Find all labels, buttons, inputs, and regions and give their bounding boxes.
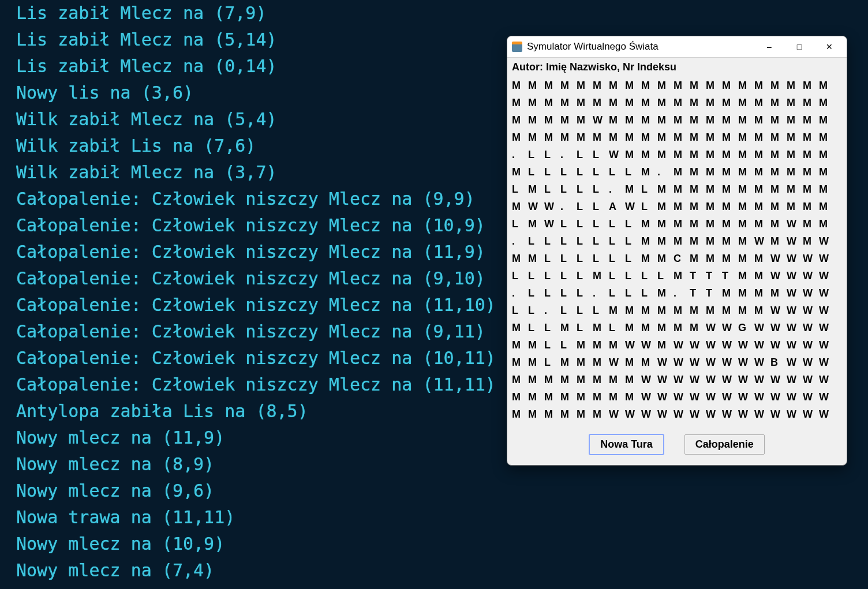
grid-cell: M — [657, 94, 674, 111]
grid-cell: L — [577, 163, 593, 181]
grid-cell: M — [641, 94, 657, 111]
grid-cell: M — [512, 163, 528, 181]
grid-cell: L — [544, 284, 560, 302]
grid-cell: M — [577, 129, 593, 146]
grid-cell: M — [641, 215, 657, 232]
grid-cell: M — [609, 388, 625, 406]
grid-cell: M — [819, 215, 835, 232]
grid-cell: W — [738, 371, 754, 388]
grid-cell: W — [641, 371, 657, 388]
grid-cell: W — [787, 388, 803, 406]
grid-cell: L — [544, 267, 560, 284]
grid-cell: M — [738, 146, 754, 163]
close-button[interactable]: ✕ — [814, 36, 844, 57]
grid-cell: M — [657, 198, 674, 215]
grid-cell: W — [819, 267, 835, 284]
grid-cell: M — [706, 250, 722, 267]
grid-cell: W — [770, 302, 787, 319]
grid-cell: W — [787, 267, 803, 284]
grid-cell: L — [593, 215, 609, 232]
grid-cell: M — [674, 319, 690, 336]
grid-cell: M — [754, 77, 770, 94]
grid-cell: M — [738, 215, 754, 232]
grid-cell: W — [803, 336, 819, 354]
grid-cell: . — [657, 163, 674, 181]
grid-cell: M — [674, 94, 690, 111]
terminal-log: Lis zabił Mlecz na (7,9) Lis zabił Mlecz… — [16, 0, 496, 584]
grid-cell: W — [738, 388, 754, 406]
grid-cell: M — [674, 198, 690, 215]
grid-cell: L — [544, 163, 560, 181]
grid-cell: W — [787, 406, 803, 423]
grid-cell: T — [706, 267, 722, 284]
grid-cell: T — [690, 284, 706, 302]
grid-cell: W — [787, 354, 803, 371]
grid-cell: M — [770, 215, 787, 232]
grid-cell: M — [544, 77, 560, 94]
grid-cell: W — [706, 371, 722, 388]
grid-cell: M — [657, 77, 674, 94]
burn-button[interactable]: Całopalenie — [684, 434, 765, 455]
grid-cell: M — [577, 77, 593, 94]
minimize-button[interactable]: – — [754, 36, 784, 57]
grid-row: MMMMMMMMMMMMMMMMMMMM — [512, 94, 842, 111]
grid-cell: W — [819, 302, 835, 319]
grid-cell: M — [770, 94, 787, 111]
grid-cell: L — [641, 267, 657, 284]
grid-cell: M — [754, 250, 770, 267]
grid-cell: M — [770, 129, 787, 146]
grid-cell: M — [722, 181, 738, 198]
grid-cell: W — [754, 232, 770, 250]
grid-cell: W — [803, 284, 819, 302]
grid-cell: M — [722, 215, 738, 232]
grid-row: MMMMMMMMWWWWWWWWWWWW — [512, 388, 842, 406]
grid-cell: M — [754, 146, 770, 163]
grid-row: MWW.LLAWLMMMMMMMMMMM — [512, 198, 842, 215]
grid-cell: W — [787, 215, 803, 232]
new-turn-button[interactable]: Nowa Tura — [589, 434, 664, 455]
grid-cell: W — [754, 406, 770, 423]
grid-cell: M — [722, 77, 738, 94]
grid-cell: M — [625, 129, 641, 146]
grid-cell: M — [690, 215, 706, 232]
grid-cell: M — [819, 94, 835, 111]
grid-cell: L — [544, 181, 560, 198]
grid-cell: M — [512, 77, 528, 94]
grid-cell: W — [819, 284, 835, 302]
grid-cell: M — [560, 406, 577, 423]
grid-cell: L — [577, 146, 593, 163]
grid-cell: M — [706, 181, 722, 198]
grid-cell: M — [544, 406, 560, 423]
grid-cell: A — [609, 198, 625, 215]
grid-cell: L — [577, 232, 593, 250]
grid-cell: M — [560, 94, 577, 111]
grid-cell: C — [674, 250, 690, 267]
maximize-button[interactable]: □ — [784, 36, 814, 57]
grid-cell: M — [690, 146, 706, 163]
grid-cell: M — [706, 129, 722, 146]
grid-cell: M — [560, 354, 577, 371]
grid-cell: W — [738, 406, 754, 423]
grid-cell: W — [803, 406, 819, 423]
grid-cell: M — [512, 198, 528, 215]
grid-cell: M — [593, 406, 609, 423]
grid-cell: M — [722, 111, 738, 129]
grid-cell: L — [593, 181, 609, 198]
grid-cell: M — [819, 181, 835, 198]
grid-cell: . — [512, 232, 528, 250]
grid-cell: M — [544, 111, 560, 129]
grid-row: MMLLLLLLMMCMMMMMWWWW — [512, 250, 842, 267]
grid-cell: M — [512, 111, 528, 129]
grid-cell: W — [544, 198, 560, 215]
grid-cell: W — [722, 406, 738, 423]
grid-cell: M — [641, 77, 657, 94]
grid-cell: M — [738, 129, 754, 146]
titlebar[interactable]: Symulator Wirtualnego Świata – □ ✕ — [507, 36, 847, 58]
grid-cell: M — [674, 77, 690, 94]
grid-cell: M — [803, 77, 819, 94]
grid-cell: M — [706, 94, 722, 111]
grid-cell: B — [770, 354, 787, 371]
grid-cell: L — [544, 354, 560, 371]
grid-cell: M — [819, 198, 835, 215]
grid-cell: M — [803, 163, 819, 181]
